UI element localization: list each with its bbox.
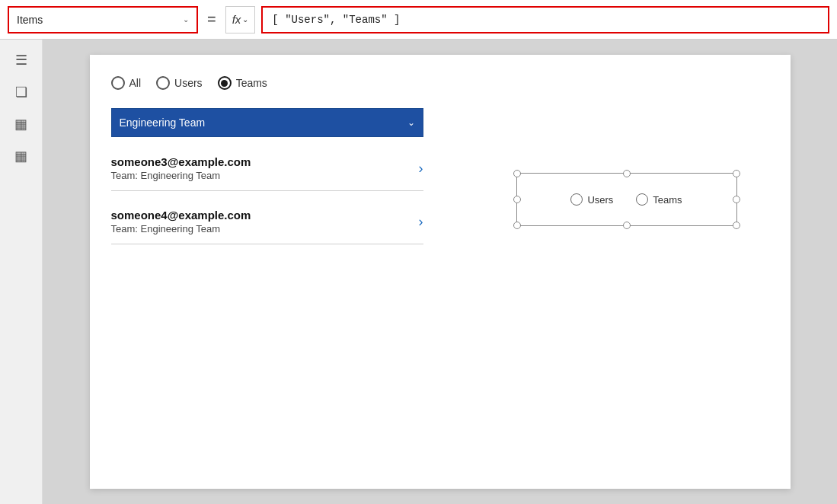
sidebar: ☰ ❏ ▦ ▦ <box>0 40 43 504</box>
radio-option-users[interactable]: Users <box>156 76 203 90</box>
widget-radio-teams[interactable]: Teams <box>636 193 682 206</box>
fx-chevron-icon: ⌄ <box>242 15 248 24</box>
sidebar-grid-icon[interactable]: ▦ <box>14 148 27 164</box>
handle-bottom-middle[interactable] <box>623 222 631 229</box>
radio-label-teams: Teams <box>236 77 267 89</box>
handle-top-left[interactable] <box>513 170 521 177</box>
items-dropdown[interactable]: Items ⌄ <box>8 6 198 33</box>
radio-label-users: Users <box>174 77 203 89</box>
list-item-content-1: someone3@example.com Team: Engineering T… <box>111 155 251 181</box>
radio-circle-users <box>156 76 170 90</box>
list-item-content-2: someone4@example.com Team: Engineering T… <box>111 209 251 234</box>
handle-middle-left[interactable] <box>513 196 521 203</box>
radio-circle-teams <box>218 76 232 90</box>
widget-radio-label-users: Users <box>587 194 613 206</box>
list-item-team-1: Team: Engineering Team <box>111 170 251 181</box>
list-item-email-1: someone3@example.com <box>111 155 251 168</box>
chevron-right-icon-1: › <box>419 161 423 177</box>
handle-bottom-left[interactable] <box>513 222 521 229</box>
chevron-down-icon: ⌄ <box>183 15 189 24</box>
fx-button[interactable]: fx ⌄ <box>225 6 256 33</box>
radio-option-teams[interactable]: Teams <box>218 76 267 90</box>
widget-radio-circle-teams <box>636 193 648 206</box>
handle-bottom-right[interactable] <box>733 222 740 229</box>
team-dropdown-arrow-icon: ⌄ <box>407 117 415 128</box>
list-item[interactable]: someone4@example.com Team: Engineering T… <box>111 199 423 244</box>
widget-radio-label-teams: Teams <box>653 194 682 206</box>
fx-icon: fx <box>232 13 241 26</box>
handle-middle-right[interactable] <box>733 196 740 203</box>
list-item[interactable]: someone3@example.com Team: Engineering T… <box>111 146 423 191</box>
radio-group: All Users Teams <box>111 76 267 90</box>
radio-circle-all <box>111 76 125 90</box>
items-dropdown-label: Items <box>17 14 43 26</box>
formula-bar[interactable]: [ "Users", "Teams" ] <box>261 6 829 33</box>
sidebar-layers-icon[interactable]: ❏ <box>15 84 27 100</box>
sidebar-components-icon[interactable]: ▦ <box>14 116 27 132</box>
canvas-card: All Users Teams Engineering Team ⌄ someo… <box>90 55 791 489</box>
toolbar: Items ⌄ = fx ⌄ [ "Users", "Teams" ] <box>0 0 837 40</box>
radio-option-all[interactable]: All <box>111 76 142 90</box>
team-dropdown[interactable]: Engineering Team ⌄ <box>111 108 423 137</box>
list-item-team-2: Team: Engineering Team <box>111 223 251 234</box>
list-item-email-2: someone4@example.com <box>111 209 251 222</box>
widget-radio-users[interactable]: Users <box>570 193 613 206</box>
handle-top-right[interactable] <box>733 170 740 177</box>
equals-sign: = <box>204 11 219 28</box>
chevron-right-icon-2: › <box>419 214 423 230</box>
radio-label-all: All <box>129 77 142 89</box>
sidebar-menu-icon[interactable]: ☰ <box>15 52 27 69</box>
team-dropdown-label: Engineering Team <box>120 116 206 129</box>
handle-top-middle[interactable] <box>623 170 631 177</box>
main-area: All Users Teams Engineering Team ⌄ someo… <box>43 40 837 504</box>
radio-widget[interactable]: Users Teams <box>516 173 737 226</box>
widget-radio-circle-users <box>570 193 583 206</box>
formula-text: [ "Users", "Teams" ] <box>272 14 400 26</box>
